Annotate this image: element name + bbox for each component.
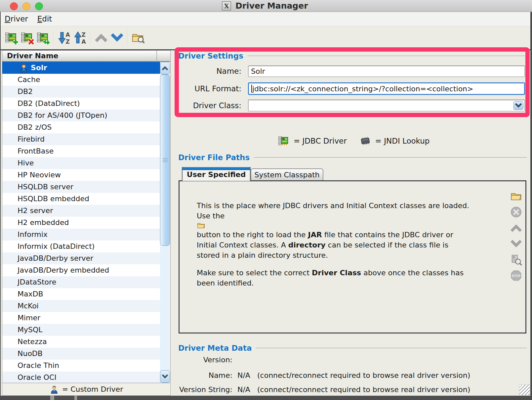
tab-system-classpath[interactable]: System Classpath: [251, 168, 323, 181]
stop-icon: [510, 270, 522, 282]
move-up-button[interactable]: [94, 28, 109, 47]
minimize-button[interactable]: [22, 2, 30, 10]
driver-name-label: Oracle Thin: [18, 361, 59, 370]
meta-name-value: N/A: [237, 371, 254, 379]
driver-list-row[interactable]: FrontBase: [2, 145, 160, 157]
driver-file-paths-title: Driver File Paths: [178, 153, 250, 162]
driver-name-label: DB2: [18, 87, 33, 96]
copy-driver-button[interactable]: [35, 28, 51, 47]
driver-list-row[interactable]: Hive: [2, 157, 160, 169]
driver-name-label: Hive: [18, 159, 34, 167]
remove-driver-icon: [20, 31, 34, 44]
driver-list-row[interactable]: McKoi: [2, 300, 160, 312]
menu-edit[interactable]: Edit: [37, 15, 52, 23]
move-down-button[interactable]: [109, 28, 125, 47]
driver-name-label: HSQLDB embedded: [18, 195, 89, 203]
driver-list-row[interactable]: MaxDB: [2, 288, 160, 300]
driver-name-label: Netezza: [18, 337, 47, 346]
driver-list-row[interactable]: Mimer: [2, 312, 160, 324]
driver-list-row[interactable]: Oracle OCI: [2, 372, 160, 383]
x11-app-icon: X: [222, 1, 231, 11]
driver-list-row[interactable]: H2 embedded: [2, 217, 160, 229]
sort-asc-icon: [58, 31, 71, 44]
driver-list-row[interactable]: DB2 (DataDirect): [2, 98, 160, 110]
driver-list-row[interactable]: DB2 for AS/400 (JTOpen): [2, 110, 160, 121]
driver-name-label: Firebird: [18, 135, 45, 143]
driver-list-row[interactable]: Oracle Thin: [2, 360, 160, 372]
stop-scan-button: [510, 269, 523, 282]
driver-list-row[interactable]: Informix (DataDirect): [2, 241, 160, 252]
section-rule: [254, 157, 527, 158]
driver-name-label: NuoDB: [18, 349, 43, 358]
driver-name-label: HSQLDB server: [18, 183, 73, 191]
driver-class-dropdown-button[interactable]: [513, 101, 523, 110]
sort-descending-button[interactable]: [72, 28, 88, 47]
driver-list-row[interactable]: Solr: [2, 62, 160, 74]
driver-name-label: McKoi: [18, 302, 39, 310]
driver-list-row[interactable]: HP Neoview: [2, 169, 160, 181]
remove-path-button: [510, 206, 523, 218]
zoom-button[interactable]: [35, 2, 43, 10]
chevron-down-icon: [510, 238, 522, 250]
url-format-input[interactable]: jdbc:solr://<zk_connection_string>/?coll…: [248, 82, 525, 95]
find-driver-button[interactable]: [131, 28, 146, 47]
error-status-icon: [5, 361, 15, 371]
driver-list-row[interactable]: H2 server: [2, 205, 160, 217]
driver-list-row[interactable]: DB2: [2, 86, 160, 98]
create-driver-button[interactable]: [4, 28, 19, 47]
error-status-icon: [5, 218, 15, 228]
name-row: Name:: [177, 65, 241, 77]
driver-list-row[interactable]: Netezza: [2, 336, 160, 348]
copy-driver-icon: [36, 31, 50, 44]
sort-ascending-button[interactable]: [57, 28, 72, 47]
version-string-label: Version String:: [179, 385, 232, 394]
menu-driver[interactable]: Driver: [5, 15, 28, 23]
driver-list-row[interactable]: Informix: [2, 229, 160, 241]
open-folder-icon: [510, 190, 522, 202]
version-string-value: N/A: [237, 385, 254, 394]
open-file-button[interactable]: [510, 190, 523, 202]
driver-list-header: Driver Name: [2, 51, 170, 62]
driver-list-row[interactable]: MySQL: [2, 324, 160, 336]
window-left-edge: [0, 12, 1, 400]
error-status-icon: [5, 265, 15, 275]
scroll-up-button[interactable]: [160, 62, 170, 74]
window-title: Driver Manager: [235, 0, 308, 12]
tab-user-specified[interactable]: User Specified: [182, 167, 251, 181]
driver-list-row[interactable]: JavaDB/Derby server: [2, 252, 160, 264]
driver-list-scrollbar[interactable]: [160, 62, 170, 383]
custom-driver-legend-label: = Custom Driver: [62, 385, 123, 393]
driver-class-label: Driver Class:: [177, 101, 241, 110]
driver-name-label: Solr: [31, 64, 47, 72]
driver-meta-data-title: Driver Meta Data: [178, 344, 252, 352]
driver-list-row[interactable]: Cache: [2, 74, 160, 86]
error-status-icon: [5, 206, 15, 216]
driver-name-label: H2 embedded: [18, 218, 69, 227]
driver-name-input[interactable]: Solr: [248, 66, 525, 77]
driver-name-label: Oracle OCI: [18, 373, 57, 381]
create-driver-icon: [5, 31, 18, 44]
driver-name-label: Cache: [18, 75, 40, 84]
driver-list-row[interactable]: JDataStore: [2, 276, 160, 288]
driver-list-row[interactable]: HSQLDB server: [2, 181, 160, 193]
scroll-down-button[interactable]: [160, 370, 170, 383]
driver-list-row[interactable]: HSQLDB embedded: [2, 193, 160, 205]
meta-name-label: Name:: [179, 371, 232, 379]
sort-desc-icon: [73, 31, 87, 44]
find-driver-icon: [132, 31, 145, 44]
driver-class-combobox[interactable]: [248, 100, 525, 111]
driver-list-rows: SolrCacheDB2DB2 (DataDirect)DB2 for AS/4…: [2, 62, 160, 383]
chevron-up-icon: [510, 222, 522, 234]
driver-name-label: DB2 z/OS: [18, 123, 52, 131]
driver-list-row[interactable]: DB2 z/OS: [2, 121, 160, 133]
remove-driver-button[interactable]: [20, 28, 35, 47]
close-button[interactable]: [10, 2, 18, 10]
resize-grip[interactable]: [519, 384, 530, 395]
driver-list-row[interactable]: JavaDB/Derby embedded: [2, 264, 160, 276]
driver-list-row[interactable]: NuoDB: [2, 348, 160, 360]
scrollbar-thumb[interactable]: [160, 74, 170, 246]
driver-list-row[interactable]: Firebird: [2, 133, 160, 145]
jdbc-legend-label: = JDBC Driver: [294, 137, 347, 145]
edge-notch: [50, 396, 54, 400]
error-status-icon: [5, 349, 15, 359]
